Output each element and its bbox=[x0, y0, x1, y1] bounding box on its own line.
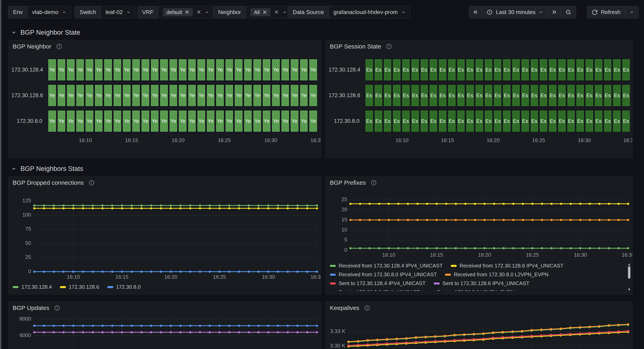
panel-bgp-updates: BGP Updates 16:1016:1516:2016:2516:3016:… bbox=[8, 302, 321, 349]
state-cell: Es bbox=[540, 111, 547, 132]
state-cell: Es bbox=[494, 85, 502, 106]
state-cell: Es bbox=[622, 59, 630, 80]
panel-title[interactable]: BGP Neighbor bbox=[13, 43, 51, 50]
state-cell: Es bbox=[485, 59, 492, 80]
legend-item[interactable]: 172.30.128.4 bbox=[13, 284, 52, 290]
svg-text:15: 15 bbox=[342, 217, 347, 223]
state-cell: Ye bbox=[58, 111, 65, 132]
refresh-interval-dropdown[interactable] bbox=[625, 6, 638, 18]
legend-label: Received from 172.30.8.0 IPV4_UNICAST bbox=[339, 272, 437, 278]
refresh-button[interactable]: Refresh bbox=[587, 6, 625, 18]
x-axis-tick: 16:15 bbox=[125, 137, 138, 143]
state-cell: Ye bbox=[235, 85, 242, 106]
x-axis-tick: 16:30 bbox=[578, 137, 591, 143]
state-cell: Es bbox=[430, 85, 437, 106]
keepalives-chart[interactable]: 16:1016:1516:2016:2516:3016:353.30 K3.33… bbox=[326, 302, 632, 349]
remove-value-icon[interactable]: ✕ bbox=[263, 9, 267, 15]
state-cell: Ye bbox=[188, 111, 196, 132]
legend-item[interactable]: Received from 172.30.8.0 L2VPN_EVPN bbox=[445, 272, 548, 278]
scroll-down-icon[interactable]: ▼ bbox=[627, 288, 631, 292]
state-cell: Ye bbox=[142, 85, 149, 106]
filter-datasource-value[interactable]: grafanacloud-hhdev-prom bbox=[329, 6, 410, 18]
state-cell: Ye bbox=[67, 111, 74, 132]
info-icon[interactable] bbox=[364, 305, 370, 311]
filter-neighbor-value[interactable]: All ✕ ✕ bbox=[246, 6, 291, 18]
time-shift-forward-button[interactable]: » bbox=[548, 6, 561, 18]
bgp-neighbor-timeline[interactable]: 172.30.128.4YeYeYeYeYeYeYeYeYeYeYeYeYeYe… bbox=[8, 40, 321, 158]
clear-all-icon[interactable]: ✕ bbox=[274, 9, 279, 15]
timeline-row-label: 172.30.8.0 bbox=[12, 111, 42, 132]
legend-item[interactable]: Sent to 172.30.8.0 IPV4_UNICAST bbox=[330, 289, 420, 291]
legend-item[interactable]: Received from 172.30.128.6 IPV4_UNICAST bbox=[451, 263, 564, 269]
info-icon[interactable] bbox=[54, 305, 60, 311]
scrollbar-thumb[interactable] bbox=[628, 266, 630, 279]
time-shift-back-button[interactable]: « bbox=[469, 6, 482, 18]
panel-legend: 172.30.128.4172.30.128.6172.30.8.0 bbox=[13, 284, 316, 290]
state-cell: Es bbox=[457, 59, 465, 80]
svg-text:3.30 K: 3.30 K bbox=[330, 343, 346, 349]
svg-text:16:35: 16:35 bbox=[622, 252, 632, 258]
state-cell: Ye bbox=[132, 59, 140, 80]
legend-item[interactable]: 172.30.128.6 bbox=[60, 284, 99, 290]
svg-text:0: 0 bbox=[344, 247, 347, 253]
state-cell: Ye bbox=[48, 59, 56, 80]
panel-title[interactable]: BGP Updates bbox=[13, 305, 49, 311]
legend-item[interactable]: Received from 172.30.8.0 IPV4_UNICAST bbox=[330, 272, 437, 278]
refresh-controls: Refresh bbox=[587, 6, 638, 18]
filter-neighbor-chip[interactable]: All ✕ bbox=[250, 8, 271, 16]
state-cell: Ye bbox=[95, 111, 103, 132]
legend-item[interactable]: Received from 172.30.128.4 IPV4_UNICAST bbox=[330, 263, 443, 269]
info-icon[interactable] bbox=[56, 43, 62, 49]
filter-env-value[interactable]: vlab-demo bbox=[28, 6, 71, 18]
svg-text:50: 50 bbox=[25, 240, 31, 246]
info-icon[interactable] bbox=[371, 180, 377, 186]
state-cell: Ye bbox=[142, 59, 149, 80]
legend-item[interactable]: Sent to 172.30.8.0 L2VPN_EVPN bbox=[428, 289, 514, 291]
filter-datasource-selected: grafanacloud-hhdev-prom bbox=[334, 9, 398, 15]
state-cell: Ye bbox=[151, 85, 158, 106]
filter-switch: Switch leaf-02 bbox=[74, 6, 135, 18]
state-cell: Ye bbox=[282, 111, 289, 132]
state-cell: Ye bbox=[179, 111, 186, 132]
state-cell: Es bbox=[421, 111, 428, 132]
legend-item[interactable]: Sent to 172.30.128.4 IPV4_UNICAST bbox=[330, 280, 426, 287]
state-cell: Ye bbox=[104, 111, 112, 132]
panel-title[interactable]: BGP Dropped connections bbox=[13, 179, 84, 186]
state-cell: Ye bbox=[263, 59, 270, 80]
timeline-row-label: 172.30.8.0 bbox=[328, 111, 360, 132]
clear-all-icon[interactable]: ✕ bbox=[196, 9, 201, 15]
state-cell: Ye bbox=[272, 85, 280, 106]
panel-title[interactable]: BGP Session State bbox=[330, 43, 381, 50]
chevron-down-icon bbox=[11, 30, 16, 35]
state-cell: Ye bbox=[114, 111, 121, 132]
panel-title[interactable]: BGP Prefixes bbox=[330, 179, 366, 186]
state-cell: Es bbox=[595, 85, 602, 106]
legend-scrollbar[interactable]: ▲ ▼ bbox=[627, 262, 631, 292]
info-icon[interactable] bbox=[88, 180, 95, 186]
legend-item[interactable]: 172.30.8.0 bbox=[107, 284, 141, 290]
state-cell: Ye bbox=[291, 85, 298, 106]
panel-title[interactable]: Keepalives bbox=[330, 305, 359, 311]
filter-vrf-value[interactable]: default ✕ ✕ bbox=[158, 6, 214, 18]
zoom-out-button[interactable] bbox=[561, 6, 576, 18]
bgp-session-state-timeline[interactable]: 172.30.128.4EsEsEsEsEsEsEsEsEsEsEsEsEsEs… bbox=[326, 40, 632, 158]
time-range-picker[interactable]: Last 30 minutes bbox=[482, 6, 548, 18]
info-icon[interactable] bbox=[386, 43, 392, 49]
scroll-up-icon[interactable]: ▲ bbox=[627, 262, 631, 266]
state-cell: Ye bbox=[160, 59, 168, 80]
filter-vrf-chip[interactable]: default ✕ bbox=[163, 8, 193, 16]
section-bgp-neighbors-stats[interactable]: BGP Neighbors Stats bbox=[11, 164, 83, 173]
remove-value-icon[interactable]: ✕ bbox=[185, 9, 189, 15]
section-bgp-neighbor-state[interactable]: BGP Neighbor State bbox=[11, 28, 80, 37]
time-controls: « Last 30 minutes » bbox=[469, 6, 576, 18]
state-cell: Ye bbox=[151, 111, 158, 132]
state-cell: Es bbox=[586, 59, 593, 80]
state-cell: Ye bbox=[263, 111, 270, 132]
legend-label: Sent to 172.30.8.0 IPV4_UNICAST bbox=[339, 289, 420, 291]
state-cell: Ye bbox=[132, 85, 140, 106]
legend-swatch bbox=[107, 286, 113, 288]
legend-item[interactable]: Sent to 172.30.128.6 IPV4_UNICAST bbox=[434, 280, 530, 287]
filter-switch-value[interactable]: leaf-02 bbox=[101, 6, 135, 18]
bgp-dropped-connections-chart[interactable]: 16:1016:1516:2016:2516:3016:350255075100… bbox=[8, 177, 321, 294]
state-cell: Es bbox=[604, 59, 612, 80]
